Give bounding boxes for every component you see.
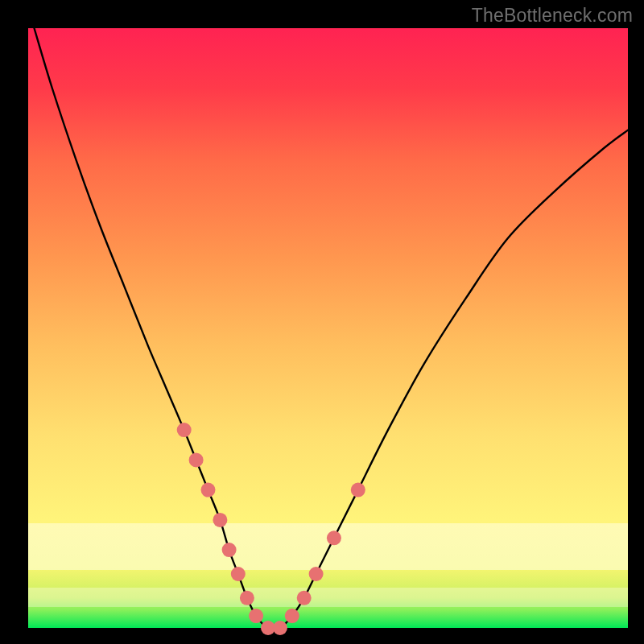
- marker-dot: [222, 543, 237, 557]
- marker-dot: [309, 567, 324, 581]
- curve-layer: [28, 28, 628, 628]
- watermark-text: TheBottleneck.com: [472, 5, 633, 27]
- marker-dot: [351, 483, 365, 497]
- plot-area: [28, 28, 628, 628]
- marker-dot: [231, 567, 246, 581]
- marker-dot: [213, 513, 227, 527]
- marker-dot: [177, 423, 192, 437]
- marker-dot: [273, 621, 287, 635]
- marker-group: [177, 423, 365, 635]
- marker-dot: [201, 483, 216, 497]
- marker-dot: [327, 530, 341, 545]
- marker-dot: [240, 591, 254, 605]
- marker-dot: [285, 609, 299, 623]
- chart-frame: TheBottleneck.com: [0, 0, 644, 644]
- marker-dot: [297, 591, 312, 605]
- marker-dot: [189, 452, 204, 467]
- marker-dot: [249, 609, 263, 623]
